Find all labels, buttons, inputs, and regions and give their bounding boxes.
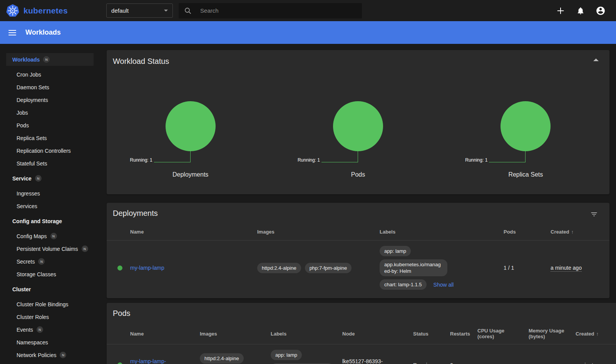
restart-count: 0 bbox=[447, 357, 474, 364]
search-input[interactable] bbox=[200, 7, 357, 14]
bell-icon bbox=[576, 7, 585, 15]
sidebar-item-events[interactable]: Events N bbox=[0, 323, 100, 336]
callout-line bbox=[489, 151, 526, 162]
menu-button[interactable] bbox=[8, 30, 16, 35]
show-all-labels-link[interactable]: Show all bbox=[434, 282, 454, 288]
sidebar-item-persistent-volume-claims[interactable]: Persistent Volume Claims N bbox=[0, 242, 100, 255]
account-button[interactable] bbox=[593, 3, 608, 18]
pods-card: Pods Name Images Labels Node Status Rest… bbox=[107, 303, 616, 364]
kubernetes-logo-icon bbox=[5, 3, 20, 18]
workload-status-charts: Running: 1 Deployments Running: 1 Pods bbox=[107, 101, 609, 178]
sidebar-item-jobs[interactable]: Jobs bbox=[0, 106, 100, 119]
pod-name-link[interactable]: my-lamp-lamp-5fd985cf68-jwvz4 bbox=[130, 358, 172, 364]
pods-title: Pods bbox=[107, 303, 616, 318]
chart-title: Replica Sets bbox=[508, 171, 543, 178]
sidebar-item-replica-sets[interactable]: Replica Sets bbox=[0, 132, 100, 144]
column-header-status[interactable]: Status bbox=[410, 325, 447, 342]
column-header-images[interactable]: Images bbox=[254, 223, 377, 240]
sidebar-item-cluster-role-bindings[interactable]: Cluster Role Bindings bbox=[0, 298, 100, 311]
sidebar-item-config-and-storage[interactable]: Config and Storage bbox=[0, 215, 100, 227]
callout-line bbox=[321, 151, 358, 162]
kubernetes-dashboard: { "colors": { "appbar_blue": "#4377e4", … bbox=[0, 0, 616, 364]
new-badge: N bbox=[43, 56, 50, 63]
deployments-title: Deployments bbox=[107, 203, 609, 218]
sidebar-item-cluster[interactable]: Cluster bbox=[0, 283, 100, 296]
search-bar[interactable] bbox=[179, 3, 362, 18]
chart-title: Pods bbox=[351, 171, 365, 178]
sidebar-item-stateful-sets[interactable]: Stateful Sets bbox=[0, 157, 100, 170]
pie-running-segment[interactable] bbox=[500, 101, 551, 151]
sidebar-item-workloads[interactable]: Workloads N bbox=[6, 53, 94, 66]
column-header-name[interactable]: Name bbox=[127, 223, 254, 240]
new-badge: N bbox=[50, 233, 57, 239]
pods-pie-chart: Running: 1 Pods bbox=[274, 101, 442, 178]
sidebar: Workloads N Cron Jobs Daemon Sets Deploy… bbox=[0, 44, 100, 364]
page-title: Workloads bbox=[25, 28, 61, 37]
status-ok-icon bbox=[117, 265, 122, 270]
column-header-created[interactable]: Created ↑ bbox=[572, 325, 616, 342]
top-bar: kubernetes default bbox=[0, 0, 616, 21]
memory-usage: - bbox=[526, 357, 572, 364]
sidebar-item-storage-classes[interactable]: Storage Classes bbox=[0, 268, 100, 281]
column-header-name[interactable]: Name bbox=[127, 325, 197, 342]
sidebar-item-pods[interactable]: Pods bbox=[0, 119, 100, 132]
node-name: lke55127-86393-622f8d09399a bbox=[339, 352, 405, 364]
column-header-memory-usage[interactable]: Memory Usage (bytes) bbox=[526, 323, 572, 344]
deployments-card: Deployments Name Images Labels Pods Crea… bbox=[107, 203, 609, 298]
pod-status: Running bbox=[410, 357, 447, 364]
search-icon bbox=[184, 7, 192, 15]
deployment-name-link[interactable]: my-lamp-lamp bbox=[130, 265, 164, 271]
sort-ascending-icon: ↑ bbox=[596, 331, 599, 337]
pie-running-segment[interactable] bbox=[333, 101, 383, 151]
sidebar-item-ingresses[interactable]: Ingresses bbox=[0, 187, 100, 200]
column-header-node[interactable]: Node bbox=[339, 325, 410, 342]
chevron-up-icon bbox=[593, 58, 599, 61]
chart-title: Deployments bbox=[172, 171, 208, 178]
label-chip: chart: lamp-1.1.5 bbox=[380, 279, 427, 290]
sidebar-item-replication-controllers[interactable]: Replication Controllers bbox=[0, 144, 100, 157]
column-header-images[interactable]: Images bbox=[197, 325, 268, 342]
column-header-cpu-usage[interactable]: CPU Usage (cores) bbox=[474, 323, 526, 344]
brand-title: kubernetes bbox=[23, 6, 68, 15]
created-timestamp[interactable]: a minute ago bbox=[551, 265, 582, 272]
notifications-button[interactable] bbox=[573, 3, 588, 18]
created-timestamp[interactable]: a minute ago bbox=[576, 362, 607, 364]
collapse-card-button[interactable] bbox=[593, 58, 599, 61]
sidebar-item-config-maps[interactable]: Config Maps N bbox=[0, 230, 100, 242]
callout-label: Running: 1 bbox=[465, 157, 487, 163]
sidebar-item-secrets[interactable]: Secrets N bbox=[0, 255, 100, 268]
sidebar-item-services[interactable]: Services bbox=[0, 200, 100, 212]
new-badge: N bbox=[38, 258, 45, 265]
table-row: my-lamp-lamp httpd:2.4-alpine php:7-fpm-… bbox=[107, 240, 609, 295]
callout-label: Running: 1 bbox=[298, 157, 320, 163]
sidebar-item-cron-jobs[interactable]: Cron Jobs bbox=[0, 68, 100, 81]
filter-list-icon bbox=[590, 210, 598, 218]
column-header-labels[interactable]: Labels bbox=[377, 223, 500, 240]
new-badge: N bbox=[37, 326, 43, 333]
column-header-created[interactable]: Created ↑ bbox=[547, 223, 609, 240]
column-header-restarts[interactable]: Restarts bbox=[447, 325, 474, 342]
sidebar-item-cluster-roles[interactable]: Cluster Roles bbox=[0, 311, 100, 323]
column-header-labels[interactable]: Labels bbox=[268, 325, 339, 342]
label-chip: app: lamp bbox=[271, 350, 302, 360]
workload-status-title: Workload Status bbox=[107, 50, 609, 66]
create-resource-button[interactable] bbox=[553, 3, 568, 18]
label-chip: app.kubernetes.io/managed-by: Helm bbox=[380, 259, 447, 276]
namespace-select[interactable]: default bbox=[106, 3, 173, 18]
pods-table-header: Name Images Labels Node Status Restarts … bbox=[107, 323, 616, 344]
image-chip: httpd:2.4-alpine bbox=[200, 353, 244, 364]
filter-button[interactable] bbox=[590, 210, 598, 219]
pie-running-segment[interactable] bbox=[166, 101, 216, 151]
sidebar-item-deployments[interactable]: Deployments bbox=[0, 94, 100, 106]
new-badge: N bbox=[82, 245, 88, 252]
table-row: my-lamp-lamp-5fd985cf68-jwvz4 httpd:2.4-… bbox=[107, 344, 616, 364]
main-content: Workload Status Running: 1 Deployments bbox=[100, 44, 616, 364]
image-chip: httpd:2.4-alpine bbox=[257, 263, 301, 273]
sidebar-item-namespaces[interactable]: Namespaces bbox=[0, 336, 100, 349]
sidebar-item-network-policies[interactable]: Network Policies N bbox=[0, 349, 100, 361]
sidebar-item-service[interactable]: Service N bbox=[0, 172, 100, 185]
workload-status-card: Workload Status Running: 1 Deployments bbox=[107, 50, 609, 194]
sidebar-item-daemon-sets[interactable]: Daemon Sets bbox=[0, 81, 100, 94]
column-header-pods[interactable]: Pods bbox=[500, 223, 547, 240]
deployments-table-header: Name Images Labels Pods Created ↑ bbox=[107, 223, 609, 240]
